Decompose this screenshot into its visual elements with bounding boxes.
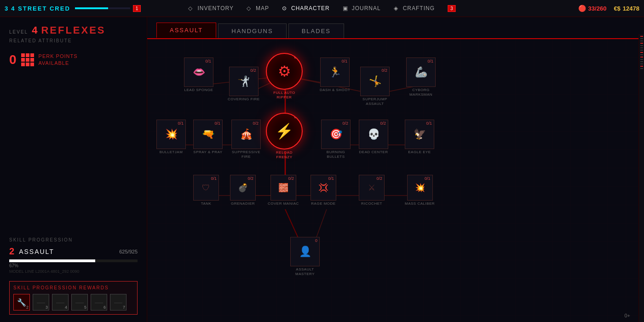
nav-map[interactable]: ◇ MAP (247, 5, 269, 12)
reward-level-2: 2 (26, 305, 29, 310)
nav-crafting[interactable]: ◈ CRAFTING (394, 5, 435, 12)
cover-icon: 🧱 (278, 183, 288, 193)
perk-node-burning-bullets[interactable]: 🎯 0/2 BURNING BULLETS (320, 120, 352, 159)
perk-node-superjump[interactable]: 🤸 0/2 SUPERJUMP ASSAULT (359, 67, 391, 106)
crafting-icon: ◈ (394, 5, 400, 12)
model-line: MODEL LINE L2001A 4801_292 0090 (9, 269, 138, 274)
perk-node-tank[interactable]: 🛡 0/1 TANK (193, 175, 219, 206)
perk-node-dead-center[interactable]: 💀 0/2 DEAD CENTER (359, 120, 388, 155)
cyborg-icon: 🦾 (415, 66, 427, 78)
dash-icon: 🏃 (329, 66, 341, 78)
nav-character-label: CHARACTER (291, 5, 330, 12)
bottom-node-icon: 👤 (299, 246, 311, 258)
perk-node-rage-mode[interactable]: 💢 0/1 RAGE MODE (310, 175, 336, 206)
perk-node-suppressive-fire[interactable]: 🎪 0/2 SUPPRESSIVE FIRE (230, 120, 262, 159)
bottom-zero-plus: 0+ (624, 313, 630, 318)
perk-node-cover-maniac[interactable]: 🧱 0/2 COVER MANIAC (268, 175, 299, 206)
nav-map-label: MAP (256, 5, 269, 12)
nav-journal-label: JOURNAL (352, 5, 381, 12)
nav-center: ◇ INVENTORY ◇ MAP ⊙ CHARACTER ▣ JOURNAL … (188, 5, 455, 12)
reward-placeholder-icon: — (114, 298, 122, 307)
left-attribute-panel: LEVEL 4 REFLEXES RELATED ATTRIBUTE 0 PER… (0, 17, 147, 322)
perk-grid-icon (21, 53, 34, 66)
nav-inventory[interactable]: ◇ INVENTORY (188, 5, 234, 12)
reward-item-7[interactable]: — 7 (110, 294, 126, 310)
perk-points-section: 0 PERK POINTS AVAILABLE (9, 52, 138, 67)
street-cred-bar (75, 7, 130, 9)
reward-item-4[interactable]: — 4 (52, 294, 69, 310)
reward-item-active[interactable]: 🔧 2 (13, 294, 30, 310)
mass-caliber-icon: 💥 (415, 183, 425, 193)
perk-node-mass-caliber[interactable]: 💥 0/1 MASS CALIBER (405, 175, 435, 206)
related-attribute-label: RELATED ATTRIBUTE (9, 38, 138, 43)
perk-node-lead-sponge[interactable]: 👄 0/1 LEAD SPONGE (184, 58, 213, 92)
player-stats-left: 3 4 STREET CRED 1 (5, 5, 141, 12)
perk-points-label: PERK POINTS AVAILABLE (39, 53, 78, 67)
attribute-header: LEVEL 4 REFLEXES (9, 24, 138, 36)
tab-handguns[interactable]: HANDGUNS (218, 23, 286, 38)
character-icon: ⊙ (282, 5, 288, 12)
skill-progress-bar (9, 259, 138, 262)
skill-bar-fill (9, 259, 95, 262)
grenadier-icon: 💣 (238, 183, 248, 193)
skill-xp-value: 625/925 (119, 249, 138, 254)
top-navigation-bar: 3 4 STREET CRED 1 ◇ INVENTORY ◇ MAP ⊙ CH… (0, 0, 644, 17)
reward-placeholder-icon: — (56, 298, 64, 307)
perk-connections-svg (147, 39, 644, 322)
street-cred-label: 4 STREET CRED (11, 5, 70, 12)
hp-display: 🔴 33/260 (578, 5, 607, 12)
reward-placeholder-icon: — (37, 298, 45, 307)
perk-node-grenadier[interactable]: 💣 0/2 GRENADIER (230, 175, 256, 206)
perk-node-bottom[interactable]: 👤 0 ASSAULT MASTERY (289, 237, 321, 276)
perk-node-covering-fire[interactable]: 🤺 0/2 COVERING FIRE (228, 67, 260, 102)
tab-assault[interactable]: ASSAULT (156, 23, 216, 38)
nav-inventory-label: INVENTORY (197, 5, 234, 12)
money-display: €$ 12478 (614, 5, 639, 12)
attribute-level-number: 4 (32, 24, 37, 36)
main-content: LEVEL 4 REFLEXES RELATED ATTRIBUTE 0 PER… (0, 17, 644, 322)
skill-prog-title: SKILL PROGRESSION (9, 237, 138, 242)
eagle-eye-icon: 🦅 (414, 128, 426, 140)
street-cred-fill (75, 7, 108, 9)
map-icon: ◇ (247, 5, 253, 12)
hp-value: 33/260 (588, 5, 607, 12)
nav-journal[interactable]: ▣ JOURNAL (343, 5, 381, 12)
full-auto-icon-top: ⚙ (278, 63, 291, 80)
perk-node-bulletjam[interactable]: 💥 0/1 BULLETJAM (156, 120, 186, 155)
nav-character[interactable]: ⊙ CHARACTER (282, 5, 330, 12)
suppressive-icon: 🎪 (240, 128, 253, 140)
player-level: 3 (5, 5, 8, 12)
money-value: 12478 (623, 5, 639, 12)
burning-icon: 🎯 (330, 128, 342, 140)
reward-item-5[interactable]: — 5 (71, 294, 88, 310)
ricochet-icon: ⚔ (368, 183, 375, 193)
bulletjam-icon: 💥 (165, 128, 178, 140)
rewards-items-row: 🔧 2 — 3 — 4 — 5 (13, 294, 133, 310)
skill-progress-row: 2 ASSAULT 625/925 (9, 246, 138, 257)
perk-node-ricochet[interactable]: ⚔ 0/2 RICOCHET (359, 175, 385, 206)
reload-frenzy-icon: ⚡ (275, 122, 293, 140)
reward-placeholder-icon: — (95, 298, 103, 307)
superjump-icon: 🤸 (369, 75, 381, 87)
reward-wrench-icon: 🔧 (17, 298, 26, 307)
perk-node-dash-shoot[interactable]: 🏃 0/1 DASH & SHOOT (320, 58, 350, 92)
reward-item-6[interactable]: — 6 (91, 294, 107, 310)
nav-crafting-label: CRAFTING (403, 5, 435, 12)
perk-points-count: 0 (9, 52, 17, 67)
level-label: LEVEL (9, 29, 28, 34)
nav-right-stats: 🔴 33/260 €$ 12478 (578, 5, 639, 12)
perk-node-eagle-eye[interactable]: 🦅 0/1 EAGLE EYE (405, 120, 434, 155)
perk-node-full-auto-ripper-top[interactable]: ⚙ 0/3 FULL AUTO RIPPER (266, 53, 303, 99)
perk-node-spray-pray[interactable]: 🔫 0/1 SPRAY & PRAY (193, 120, 223, 155)
perk-tabs: ASSAULT HANDGUNS BLADES (147, 17, 644, 39)
spray-icon: 🔫 (202, 128, 214, 140)
perk-node-reload-frenzy[interactable]: ⚡ 0/3 RELOAD FRENZY (266, 113, 303, 159)
tab-blades[interactable]: BLADES (288, 23, 344, 38)
skill-level-number: 2 (9, 246, 14, 257)
perk-node-cyborg-marksman[interactable]: 🦾 0/1 CYBORG MARKSMAN (405, 58, 437, 97)
grid-overlay (147, 39, 644, 322)
inventory-icon: ◇ (188, 5, 195, 12)
tank-icon: 🛡 (202, 183, 210, 193)
journal-icon: ▣ (343, 5, 349, 12)
reward-item-3[interactable]: — 3 (33, 294, 49, 310)
